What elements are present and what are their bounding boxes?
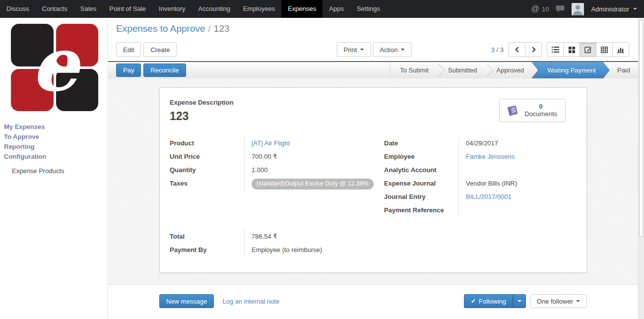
book-icon <box>506 104 519 117</box>
field-unit-price: Unit Price 700.00 ₹ <box>170 150 384 163</box>
kanban-icon <box>569 47 575 53</box>
sidebar-item-expense-products[interactable]: Expense Products <box>0 166 107 176</box>
caret-down-icon <box>576 300 580 302</box>
chat-bubble-icon[interactable] <box>556 5 565 13</box>
pager-previous-button[interactable] <box>509 42 525 57</box>
new-message-button[interactable]: New message <box>159 294 214 308</box>
form-sheet: Expense Description 123 0 Documents Prod… <box>159 87 587 273</box>
scrollbar-thumb[interactable] <box>639 20 644 237</box>
top-navbar: Discuss Contacts Sales Point of Sale Inv… <box>0 0 644 18</box>
employee-value-link[interactable]: Famke Jenssens <box>466 153 515 160</box>
company-logo: e <box>11 24 98 111</box>
main-content: Expenses to Approve/123 Edit Create Prin… <box>108 18 638 319</box>
status-steps: To Submit Submitted Approved Waiting Pay… <box>390 62 638 78</box>
taxes-label: Taxes <box>170 177 244 191</box>
total-value: 786.54 ₹ <box>244 230 384 243</box>
following-button[interactable]: ✔ Following <box>464 294 513 308</box>
field-employee: Employee Famke Jenssens <box>384 150 575 163</box>
caret-down-icon <box>633 8 637 10</box>
avatar[interactable] <box>572 3 584 15</box>
pay-button[interactable]: Pay <box>116 64 141 77</box>
chevron-right-icon <box>530 47 535 52</box>
documents-count: 0 <box>524 103 557 110</box>
nav-apps[interactable]: Apps <box>322 0 350 18</box>
log-internal-note-link[interactable]: Log an internal note <box>222 298 279 305</box>
vertical-scrollbar[interactable] <box>638 18 644 319</box>
expense-journal-label: Expense Journal <box>384 177 458 190</box>
reconcile-button[interactable]: Reconcile <box>143 64 186 77</box>
action-dropdown-button[interactable]: Action <box>373 42 411 57</box>
field-expense-journal: Expense Journal Vendor Bills (INR) <box>384 177 575 190</box>
field-quantity: Quantity 1.000 <box>170 163 384 177</box>
payment-reference-value <box>458 203 575 217</box>
sidebar-item-to-approve[interactable]: To Approve <box>0 132 107 142</box>
quantity-label: Quantity <box>170 163 244 177</box>
nav-sales[interactable]: Sales <box>74 0 103 18</box>
product-value-link[interactable]: [AT] Air Flight <box>252 139 290 147</box>
field-journal-entry: Journal Entry BILL/2017/0001 <box>384 190 575 203</box>
breadcrumb: Expenses to Approve/123 <box>116 23 629 35</box>
view-graph-button[interactable] <box>612 42 629 57</box>
expense-journal-value: Vendor Bills (INR) <box>458 177 575 190</box>
sidebar-menu: My Expenses To Approve Reporting Configu… <box>0 122 107 176</box>
caret-down-icon <box>400 49 404 51</box>
view-pivot-button[interactable] <box>596 42 613 57</box>
documents-label: Documents <box>524 110 557 118</box>
nav-point-of-sale[interactable]: Point of Sale <box>103 0 152 18</box>
sidebar: e My Expenses To Approve Reporting Confi… <box>0 18 108 319</box>
followers-dropdown-button[interactable]: One follower <box>530 294 587 308</box>
nav-contacts[interactable]: Contacts <box>36 0 74 18</box>
mentions-counter[interactable]: @ 10 <box>531 4 549 13</box>
user-menu[interactable]: Administrator <box>591 5 637 13</box>
breadcrumb-parent-link[interactable]: Expenses to Approve <box>116 23 205 34</box>
step-approved[interactable]: Approved <box>487 62 534 78</box>
logo-letter: e <box>11 24 98 111</box>
field-total: Total 786.54 ₹ <box>170 230 384 243</box>
documents-stat-button[interactable]: 0 Documents <box>499 99 566 122</box>
nav-discuss[interactable]: Discuss <box>0 0 36 18</box>
user-name: Administrator <box>591 5 629 13</box>
pager-next-button[interactable] <box>525 42 542 57</box>
view-kanban-button[interactable] <box>563 42 580 57</box>
mention-count: 10 <box>542 5 549 13</box>
view-list-button[interactable] <box>547 42 564 57</box>
check-icon: ✔ <box>471 298 476 305</box>
step-to-submit[interactable]: To Submit <box>390 62 438 78</box>
unit-price-value: 700.00 ₹ <box>244 150 384 163</box>
create-button[interactable]: Create <box>143 42 177 57</box>
form-area: Expense Description 123 0 Documents Prod… <box>108 78 638 284</box>
quantity-value: 1.000 <box>244 163 384 177</box>
journal-entry-label: Journal Entry <box>384 190 458 203</box>
nav-expenses[interactable]: Expenses <box>281 0 322 18</box>
view-form-button[interactable] <box>580 42 596 57</box>
step-waiting-payment[interactable]: Waiting Payment <box>531 62 610 78</box>
sidebar-item-reporting[interactable]: Reporting <box>0 142 107 152</box>
employee-label: Employee <box>384 150 458 163</box>
payment-reference-label: Payment Reference <box>384 203 458 217</box>
breadcrumb-separator: / <box>208 23 211 34</box>
step-submitted[interactable]: Submitted <box>439 62 487 78</box>
control-panel: Expenses to Approve/123 Edit Create Prin… <box>108 18 638 61</box>
field-taxes: Taxes (standard)Output Excise Duty @ 12.… <box>170 177 384 191</box>
expense-description-label: Expense Description <box>170 99 234 106</box>
statusbar: Pay Reconcile To Submit Submitted Approv… <box>108 61 638 78</box>
field-payment-by: Payment By Employee (to reimburse) <box>170 243 384 256</box>
graph-icon <box>617 47 624 53</box>
nav-accounting[interactable]: Accounting <box>192 0 237 18</box>
journal-entry-value-link[interactable]: BILL/2017/0001 <box>466 193 512 200</box>
total-label: Total <box>170 230 244 243</box>
field-analytic-account: Analytic Account <box>384 163 575 177</box>
edit-button[interactable]: Edit <box>116 42 141 57</box>
sidebar-item-configuration[interactable]: Configuration <box>0 152 107 162</box>
following-dropdown-button[interactable] <box>513 294 526 308</box>
pivot-icon <box>601 47 608 53</box>
nav-inventory[interactable]: Inventory <box>152 0 192 18</box>
print-dropdown-button[interactable]: Print <box>337 42 371 57</box>
step-paid[interactable]: Paid <box>608 62 638 78</box>
date-value: 04/29/2017 <box>458 136 575 150</box>
nav-settings[interactable]: Settings <box>350 0 386 18</box>
field-payment-reference: Payment Reference <box>384 203 575 217</box>
nav-employees[interactable]: Employees <box>237 0 281 18</box>
caret-down-icon <box>517 300 521 302</box>
sidebar-item-my-expenses[interactable]: My Expenses <box>0 122 107 132</box>
